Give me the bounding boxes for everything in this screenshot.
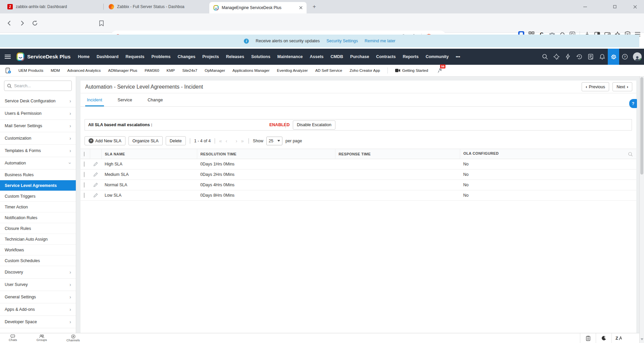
nav-item-community[interactable]: Community xyxy=(426,54,449,59)
add-new-sla-button[interactable]: +Add New SLA xyxy=(85,136,125,145)
edit-pencil-icon[interactable] xyxy=(93,162,98,166)
tab-change[interactable]: Change xyxy=(146,93,165,106)
app-menu-icon[interactable] xyxy=(5,55,11,59)
nav-item-purchase[interactable]: Purchase xyxy=(350,54,369,59)
product-link-ad-self-service[interactable]: AD Self Service xyxy=(315,68,342,72)
history-icon[interactable] xyxy=(574,49,585,65)
previous-page-icon[interactable]: ‹ xyxy=(225,138,228,144)
whats-new-icon[interactable] xyxy=(551,49,562,65)
delete-button[interactable]: Delete xyxy=(166,136,186,145)
product-link-mdm[interactable]: MDM xyxy=(51,68,60,72)
table-row[interactable]: Normal SLA 0Days 4Hrs 0Mins No xyxy=(80,180,636,190)
nav-item-contracts[interactable]: Contracts xyxy=(376,54,395,59)
release-notes-icon[interactable] xyxy=(585,49,596,65)
sidebar-item-custom-triggers[interactable]: Custom Triggers xyxy=(0,191,76,202)
brand[interactable]: ServiceDesk Plus xyxy=(16,52,70,61)
row-checkbox[interactable] xyxy=(84,172,85,177)
chats-button[interactable]: Chats xyxy=(9,334,17,342)
zia-assistant-button[interactable]: Z xyxy=(611,333,627,343)
next-button[interactable]: Next› xyxy=(612,82,632,91)
sidebar-item-discovery[interactable]: Discovery› xyxy=(0,266,76,279)
first-page-icon[interactable]: « xyxy=(219,138,222,144)
close-tab-icon[interactable] xyxy=(299,6,303,9)
table-search-icon[interactable] xyxy=(628,152,633,157)
channels-button[interactable]: Channels xyxy=(66,334,80,342)
nav-item-dashboard[interactable]: Dashboard xyxy=(97,54,118,59)
sidebar-item-users-permission[interactable]: Users & Permission› xyxy=(0,107,76,120)
announcements-pin-icon[interactable]: 56 xyxy=(437,67,443,74)
sidebar-item-notification-rules[interactable]: Notification Rules xyxy=(0,212,76,223)
sidebar-item-mail-server-settings[interactable]: Mail Server Settings› xyxy=(0,120,76,132)
nav-item-releases[interactable]: Releases xyxy=(226,54,244,59)
sidebar-item-customization[interactable]: Customization› xyxy=(0,132,76,145)
table-row[interactable]: Low SLA 0Days 8Hrs 0Mins No xyxy=(80,190,636,201)
nav-item-projects[interactable]: Projects xyxy=(202,54,219,59)
bookmark-icon[interactable] xyxy=(97,18,106,28)
nav-item-reports[interactable]: Reports xyxy=(403,54,419,59)
nav-item-home[interactable]: Home xyxy=(78,54,90,59)
product-link-zoho-creator[interactable]: Zoho Creator App xyxy=(350,68,380,72)
sidebar-item-custom-schedules[interactable]: Custom Schedules xyxy=(0,255,76,266)
groups-button[interactable]: Groups xyxy=(37,334,47,342)
sidebar-item-service-level-agreements[interactable]: Service Level Agreements xyxy=(0,180,76,191)
browser-tab-grafana[interactable]: Zabbix - Full Server Status - Dashboa xyxy=(105,0,207,13)
sidebar-item-automation[interactable]: Automation› xyxy=(0,157,76,169)
window-close-button[interactable] xyxy=(627,0,643,13)
product-link-advanced-analytics[interactable]: Advanced Analytics xyxy=(67,68,101,72)
product-link-opmanager[interactable]: OpManager xyxy=(205,68,225,72)
product-link-uem[interactable]: UEM Products xyxy=(18,68,43,72)
row-checkbox[interactable] xyxy=(84,193,85,198)
help-icon[interactable]: ? xyxy=(619,49,631,65)
row-checkbox[interactable] xyxy=(84,182,85,188)
product-link-site24x7[interactable]: Site24x7 xyxy=(182,68,197,72)
settings-gear-icon[interactable] xyxy=(608,49,619,65)
sidebar-item-closure-rules[interactable]: Closure Rules xyxy=(0,223,76,234)
edit-pencil-icon[interactable] xyxy=(93,193,98,198)
next-page-icon[interactable]: › xyxy=(235,138,238,144)
product-link-eventlog-analyzer[interactable]: Eventlog Analyzer xyxy=(277,68,308,72)
browser-tab-servicedesk[interactable]: ManageEngine ServiceDesk Plus xyxy=(209,2,307,13)
select-all-checkbox[interactable] xyxy=(84,152,85,156)
nav-item-assets[interactable]: Assets xyxy=(310,54,324,59)
window-maximize-button[interactable] xyxy=(607,0,623,13)
user-avatar[interactable] xyxy=(631,49,644,65)
security-settings-link[interactable]: Security Settings xyxy=(326,39,358,43)
help-tab[interactable]: ? xyxy=(629,99,637,108)
product-link-admanager[interactable]: ADManager Plus xyxy=(108,68,137,72)
edit-pencil-icon[interactable] xyxy=(93,172,98,177)
quick-actions-icon[interactable] xyxy=(562,49,574,65)
browser-tab-zabbix[interactable]: Z zabbix-anhlx-lab: Dashboard xyxy=(3,0,103,13)
sidebar-item-business-rules[interactable]: Business Rules xyxy=(0,169,76,180)
dark-mode-moon-button[interactable] xyxy=(596,333,611,343)
reload-button[interactable] xyxy=(30,18,40,28)
getting-started-link[interactable]: Getting Started xyxy=(395,68,428,72)
product-link-kmp[interactable]: KMP xyxy=(167,68,175,72)
product-link-pam360[interactable]: PAM360 xyxy=(145,68,159,72)
organize-sla-button[interactable]: Organize SLA xyxy=(128,136,163,145)
window-minimize-button[interactable] xyxy=(577,0,593,13)
sidebar-search-box[interactable] xyxy=(4,81,72,91)
tab-service[interactable]: Service xyxy=(116,93,134,106)
task-list-button[interactable] xyxy=(580,333,596,343)
back-button[interactable] xyxy=(5,18,14,28)
product-link-applications-manager[interactable]: Applications Manager xyxy=(232,68,270,72)
scroll-down-arrow-icon[interactable] xyxy=(641,338,643,340)
sidebar-item-user-survey[interactable]: User Survey› xyxy=(0,279,76,291)
nav-item-more[interactable]: ••• xyxy=(456,54,460,59)
forward-button[interactable] xyxy=(17,18,27,28)
products-panel-icon[interactable] xyxy=(5,67,11,74)
global-search-icon[interactable] xyxy=(539,49,551,65)
sidebar-search-input[interactable] xyxy=(14,84,64,88)
nav-item-problems[interactable]: Problems xyxy=(152,54,171,59)
sidebar-item-templates-forms[interactable]: Templates & Forms› xyxy=(0,145,76,157)
previous-button[interactable]: ‹Previous xyxy=(582,82,609,91)
notifications-bell-icon[interactable] xyxy=(596,49,608,65)
sidebar-item-service-desk-configuration[interactable]: Service Desk Configuration› xyxy=(0,95,76,107)
sidebar-item-workflows[interactable]: Workflows xyxy=(0,245,76,255)
disable-escalation-button[interactable]: Disable Escalation xyxy=(293,120,335,130)
tab-incident[interactable]: Incident xyxy=(85,93,104,106)
new-tab-button[interactable]: + xyxy=(310,3,318,11)
nav-item-requests[interactable]: Requests xyxy=(125,54,144,59)
sidebar-item-developer-space[interactable]: Developer Space› xyxy=(0,316,76,328)
sidebar-item-timer-action[interactable]: Timer Action xyxy=(0,202,76,212)
